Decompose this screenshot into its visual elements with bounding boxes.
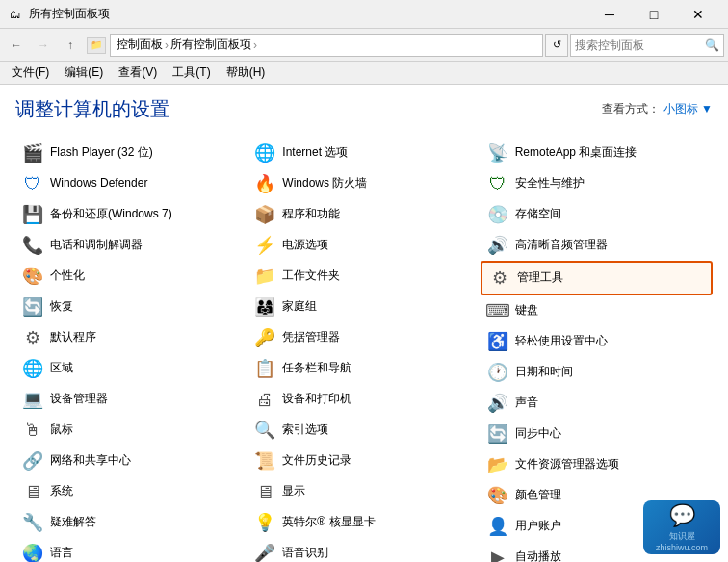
item-label: 恢复 — [50, 299, 73, 315]
item-label: 声音 — [515, 396, 538, 411]
list-item[interactable]: 🔄同步中心 — [481, 419, 713, 449]
refresh-button[interactable]: ↺ — [545, 34, 568, 57]
item-label: 个性化 — [50, 268, 85, 284]
item-label: 电源选项 — [282, 238, 328, 253]
item-icon: 🎨 — [21, 265, 44, 288]
list-item[interactable]: 📁工作文件夹 — [247, 261, 480, 292]
list-item[interactable]: 📦程序和功能 — [247, 199, 480, 230]
view-mode-selector[interactable]: 小图标 ▼ — [663, 101, 713, 117]
list-item[interactable]: 🎨个性化 — [15, 261, 247, 292]
minimize-button[interactable]: ─ — [587, 0, 632, 29]
list-item[interactable]: 💿存储空间 — [481, 199, 713, 230]
item-label: 文件历史记录 — [282, 453, 351, 469]
item-label: 鼠标 — [50, 422, 73, 438]
item-label: 用户账户 — [515, 519, 561, 534]
content-header: 调整计算机的设置 查看方式： 小图标 ▼ — [15, 96, 713, 122]
item-icon: 📁 — [253, 265, 276, 288]
search-input[interactable] — [575, 38, 701, 52]
breadcrumb-part-2: 所有控制面板项 — [170, 37, 251, 53]
item-icon: 📦 — [253, 203, 276, 226]
list-item[interactable]: 🕐日期和时间 — [481, 357, 713, 388]
list-item[interactable]: 💻设备管理器 — [15, 384, 247, 415]
list-item[interactable]: 🔄恢复 — [15, 292, 247, 322]
list-item[interactable]: 🔗网络和共享中心 — [15, 446, 247, 476]
list-item[interactable]: 📜文件历史记录 — [247, 446, 480, 476]
list-item[interactable]: ♿轻松使用设置中心 — [481, 326, 713, 357]
item-label: 凭据管理器 — [282, 330, 340, 345]
item-icon: 🔄 — [486, 422, 509, 446]
list-item[interactable]: 👨‍👩‍👧家庭组 — [247, 292, 480, 322]
close-button[interactable]: ✕ — [676, 0, 720, 29]
item-icon: 🌐 — [21, 357, 44, 380]
item-icon: 🌐 — [253, 141, 276, 165]
list-item[interactable]: 💾备份和还原(Windows 7) — [15, 199, 247, 230]
item-icon: 🛡 — [486, 172, 509, 195]
item-label: 电话和调制解调器 — [50, 238, 143, 253]
list-item[interactable]: 🔊声音 — [481, 388, 713, 419]
list-item[interactable]: 🛡安全性与维护 — [481, 168, 713, 199]
address-bar: ← → ↑ 📁 控制面板 › 所有控制面板项 › ↺ 🔍 — [0, 29, 728, 62]
back-button[interactable]: ← — [4, 33, 29, 58]
menu-help[interactable]: 帮助(H) — [219, 63, 273, 83]
list-item[interactable]: 🔍索引选项 — [247, 415, 480, 446]
list-item[interactable]: 🔧疑难解答 — [15, 507, 247, 538]
item-label: 索引选项 — [282, 422, 328, 438]
item-label: 设备和打印机 — [282, 392, 351, 407]
list-item[interactable]: 📋任务栏和导航 — [247, 353, 480, 384]
list-item[interactable]: 🎬Flash Player (32 位) — [15, 138, 247, 168]
breadcrumb: 控制面板 › 所有控制面板项 › — [117, 37, 257, 53]
column-0: 🎬Flash Player (32 位)🛡Windows Defender💾备份… — [15, 138, 247, 562]
item-icon: 🔊 — [486, 392, 509, 415]
item-icon: 📂 — [486, 453, 509, 476]
list-item[interactable]: 🌏语言 — [15, 538, 247, 562]
list-item[interactable]: 🔥Windows 防火墙 — [247, 168, 480, 199]
list-item[interactable]: ⚡电源选项 — [247, 230, 480, 261]
item-icon: 💿 — [486, 203, 509, 226]
list-item[interactable]: 🔊高清晰音频管理器 — [481, 230, 713, 261]
title-bar-text: 所有控制面板项 — [29, 6, 587, 22]
item-icon: 👨‍👩‍👧 — [253, 295, 276, 319]
item-icon: 🖱 — [21, 419, 44, 442]
list-item[interactable]: 🌐区域 — [15, 353, 247, 384]
item-label: 系统 — [50, 484, 73, 499]
maximize-button[interactable]: □ — [632, 0, 676, 29]
list-item[interactable]: 🖨设备和打印机 — [247, 384, 480, 415]
address-box[interactable]: 控制面板 › 所有控制面板项 › — [110, 34, 543, 57]
item-label: 家庭组 — [282, 299, 317, 315]
list-item[interactable]: ⚙管理工具 — [481, 261, 713, 295]
list-item[interactable]: 📡RemoteApp 和桌面连接 — [481, 138, 713, 168]
column-2: 📡RemoteApp 和桌面连接🛡安全性与维护💿存储空间🔊高清晰音频管理器⚙管理… — [481, 138, 713, 562]
item-label: Windows Defender — [50, 176, 147, 192]
forward-button[interactable]: → — [31, 33, 56, 58]
item-icon: ♿ — [486, 330, 509, 353]
item-label: 备份和还原(Windows 7) — [50, 207, 172, 222]
list-item[interactable]: 💡英特尔® 核显显卡 — [247, 507, 480, 538]
item-label: 管理工具 — [517, 270, 563, 286]
item-label: 显示 — [282, 484, 305, 499]
list-item[interactable]: 🌐Internet 选项 — [247, 138, 480, 168]
search-box[interactable]: 🔍 — [570, 34, 724, 57]
item-icon: 🔑 — [253, 326, 276, 349]
menu-tools[interactable]: 工具(T) — [165, 63, 218, 83]
list-item[interactable]: 🛡Windows Defender — [15, 168, 247, 199]
item-label: RemoteApp 和桌面连接 — [515, 145, 637, 161]
list-item[interactable]: 📂文件资源管理器选项 — [481, 449, 713, 480]
list-item[interactable]: 🖥系统 — [15, 476, 247, 507]
item-icon: 🎤 — [253, 542, 276, 562]
page-title: 调整计算机的设置 — [15, 96, 169, 122]
item-icon: 🖥 — [21, 480, 44, 503]
item-label: 键盘 — [515, 303, 538, 319]
list-item[interactable]: ⌨键盘 — [481, 295, 713, 326]
list-item[interactable]: 🖥显示 — [247, 476, 480, 507]
menu-edit[interactable]: 编辑(E) — [57, 63, 111, 83]
up-button[interactable]: ↑ — [58, 33, 83, 58]
item-icon: 🔧 — [21, 511, 44, 534]
list-item[interactable]: 🖱鼠标 — [15, 415, 247, 446]
menu-view[interactable]: 查看(V) — [111, 63, 165, 83]
list-item[interactable]: 📞电话和调制解调器 — [15, 230, 247, 261]
list-item[interactable]: ⚙默认程序 — [15, 322, 247, 353]
list-item[interactable]: 🔑凭据管理器 — [247, 322, 480, 353]
item-label: 存储空间 — [515, 207, 561, 222]
menu-file[interactable]: 文件(F) — [4, 63, 57, 83]
list-item[interactable]: 🎤语音识别 — [247, 538, 480, 562]
